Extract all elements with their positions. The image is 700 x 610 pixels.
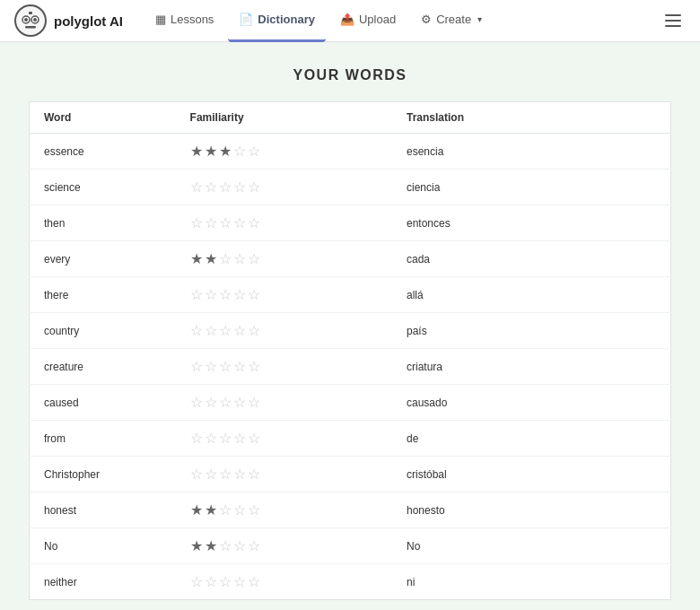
star-rating[interactable]: ☆☆☆☆☆ — [190, 430, 378, 447]
star-3[interactable]: ☆ — [219, 537, 232, 554]
cell-familiarity[interactable]: ★★☆☆☆ — [176, 528, 392, 564]
star-4[interactable]: ☆ — [233, 537, 246, 554]
star-4[interactable]: ☆ — [233, 358, 246, 375]
cell-familiarity[interactable]: ☆☆☆☆☆ — [176, 205, 392, 241]
star-rating[interactable]: ☆☆☆☆☆ — [190, 214, 378, 231]
star-5[interactable]: ☆ — [248, 358, 260, 375]
cell-familiarity[interactable]: ☆☆☆☆☆ — [176, 349, 392, 385]
star-4[interactable]: ☆ — [233, 394, 246, 411]
star-1[interactable]: ★ — [190, 143, 203, 160]
star-4[interactable]: ☆ — [233, 430, 246, 447]
lessons-icon: ▦ — [155, 13, 166, 26]
star-1[interactable]: ☆ — [190, 179, 203, 196]
star-1[interactable]: ★ — [190, 250, 203, 267]
star-rating[interactable]: ★★☆☆☆ — [190, 537, 378, 554]
cell-familiarity[interactable]: ☆☆☆☆☆ — [176, 385, 392, 421]
star-rating[interactable]: ☆☆☆☆☆ — [190, 322, 378, 339]
star-rating[interactable]: ★★★☆☆ — [190, 143, 378, 160]
star-2[interactable]: ☆ — [205, 466, 217, 483]
svg-point-0 — [15, 5, 46, 36]
star-5[interactable]: ☆ — [248, 250, 260, 267]
star-3[interactable]: ☆ — [219, 358, 232, 375]
star-rating[interactable]: ☆☆☆☆☆ — [190, 179, 378, 196]
cell-familiarity[interactable]: ★★☆☆☆ — [176, 241, 392, 277]
hamburger-menu-button[interactable] — [661, 8, 686, 33]
star-5[interactable]: ☆ — [248, 286, 260, 303]
star-2[interactable]: ☆ — [205, 358, 217, 375]
star-rating[interactable]: ☆☆☆☆☆ — [190, 394, 378, 411]
star-1[interactable]: ★ — [190, 537, 203, 554]
star-3[interactable]: ☆ — [219, 214, 232, 231]
star-rating[interactable]: ★★☆☆☆ — [190, 501, 378, 518]
star-3[interactable]: ☆ — [219, 286, 232, 303]
star-5[interactable]: ☆ — [248, 143, 260, 160]
star-1[interactable]: ☆ — [190, 286, 203, 303]
star-1[interactable]: ★ — [190, 501, 203, 518]
star-3[interactable]: ☆ — [219, 250, 232, 267]
cell-familiarity[interactable]: ★★★☆☆ — [176, 134, 392, 170]
logo[interactable]: polyglot AI — [14, 4, 123, 37]
star-5[interactable]: ☆ — [248, 322, 260, 339]
star-5[interactable]: ☆ — [248, 466, 260, 483]
star-3[interactable]: ☆ — [219, 573, 232, 590]
cell-familiarity[interactable]: ☆☆☆☆☆ — [176, 170, 392, 205]
cell-word: No — [30, 528, 176, 564]
star-1[interactable]: ☆ — [190, 430, 203, 447]
star-5[interactable]: ☆ — [248, 501, 260, 518]
star-2[interactable]: ☆ — [205, 214, 217, 231]
star-4[interactable]: ☆ — [233, 179, 246, 196]
star-2[interactable]: ☆ — [205, 430, 217, 447]
star-3[interactable]: ☆ — [219, 466, 232, 483]
star-3[interactable]: ☆ — [219, 501, 232, 518]
star-5[interactable]: ☆ — [248, 430, 260, 447]
cell-familiarity[interactable]: ★★☆☆☆ — [176, 492, 392, 528]
star-rating[interactable]: ☆☆☆☆☆ — [190, 358, 378, 375]
nav-item-create[interactable]: ⚙ Create ▾ — [410, 0, 493, 42]
nav-item-lessons[interactable]: ▦ Lessons — [144, 0, 224, 42]
star-4[interactable]: ☆ — [233, 466, 246, 483]
star-3[interactable]: ☆ — [219, 394, 232, 411]
star-2[interactable]: ☆ — [205, 179, 217, 196]
star-4[interactable]: ☆ — [233, 250, 246, 267]
star-2[interactable]: ☆ — [205, 394, 217, 411]
star-5[interactable]: ☆ — [248, 573, 260, 590]
nav-item-dictionary[interactable]: 📄 Dictionary — [228, 0, 326, 42]
star-1[interactable]: ☆ — [190, 466, 203, 483]
star-4[interactable]: ☆ — [233, 501, 246, 518]
star-1[interactable]: ☆ — [190, 358, 203, 375]
star-rating[interactable]: ☆☆☆☆☆ — [190, 466, 378, 483]
star-2[interactable]: ★ — [205, 501, 217, 518]
star-5[interactable]: ☆ — [248, 214, 260, 231]
star-5[interactable]: ☆ — [248, 394, 260, 411]
cell-familiarity[interactable]: ☆☆☆☆☆ — [176, 564, 392, 600]
star-5[interactable]: ☆ — [248, 179, 260, 196]
star-2[interactable]: ★ — [205, 537, 217, 554]
star-1[interactable]: ☆ — [190, 394, 203, 411]
nav-item-upload[interactable]: 📤 Upload — [329, 0, 407, 42]
star-4[interactable]: ☆ — [233, 286, 246, 303]
star-1[interactable]: ☆ — [190, 322, 203, 339]
star-rating[interactable]: ★★☆☆☆ — [190, 250, 378, 267]
star-3[interactable]: ☆ — [219, 430, 232, 447]
star-4[interactable]: ☆ — [233, 322, 246, 339]
star-3[interactable]: ☆ — [219, 179, 232, 196]
star-1[interactable]: ☆ — [190, 214, 203, 231]
star-rating[interactable]: ☆☆☆☆☆ — [190, 573, 378, 590]
cell-familiarity[interactable]: ☆☆☆☆☆ — [176, 277, 392, 313]
star-2[interactable]: ★ — [205, 250, 217, 267]
cell-familiarity[interactable]: ☆☆☆☆☆ — [176, 421, 392, 457]
star-3[interactable]: ☆ — [219, 322, 232, 339]
cell-familiarity[interactable]: ☆☆☆☆☆ — [176, 457, 392, 492]
star-2[interactable]: ☆ — [205, 286, 217, 303]
star-rating[interactable]: ☆☆☆☆☆ — [190, 286, 378, 303]
star-4[interactable]: ☆ — [233, 143, 246, 160]
star-4[interactable]: ☆ — [233, 573, 246, 590]
star-2[interactable]: ☆ — [205, 573, 217, 590]
star-1[interactable]: ☆ — [190, 573, 203, 590]
star-2[interactable]: ★ — [205, 143, 217, 160]
star-4[interactable]: ☆ — [233, 214, 246, 231]
star-5[interactable]: ☆ — [248, 537, 260, 554]
star-2[interactable]: ☆ — [205, 322, 217, 339]
cell-familiarity[interactable]: ☆☆☆☆☆ — [176, 313, 392, 349]
star-3[interactable]: ★ — [219, 143, 232, 160]
